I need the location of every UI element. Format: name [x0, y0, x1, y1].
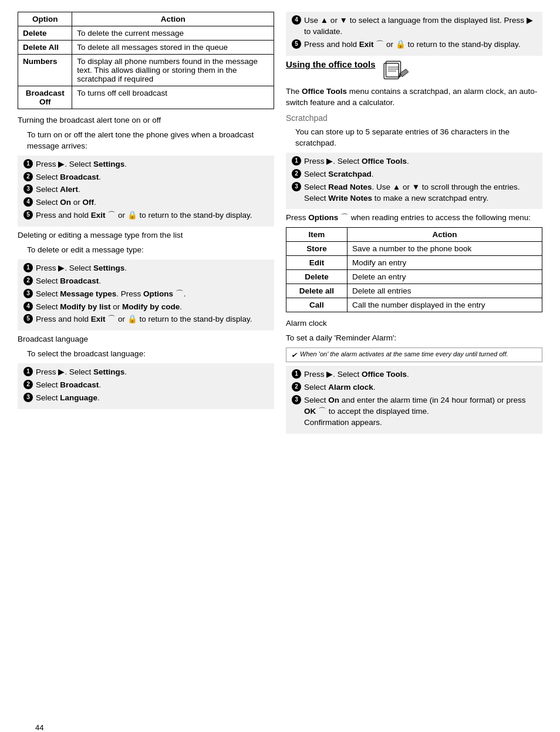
delete-edit-steps: 1 Press ▶. Select Settings. 2 Select Bro… — [18, 259, 274, 330]
step-num-3: 3 — [23, 184, 33, 194]
table-row: Delete Delete an entry — [286, 270, 542, 284]
table-row: Numbers To display all phone numbers fou… — [18, 55, 274, 86]
step: 1 Press ▶. Select Office Tools. — [292, 369, 537, 380]
step-num-4: 4 — [23, 197, 33, 207]
page-number: 44 — [35, 723, 43, 732]
step: 5 Press and hold Exit ⌒ or 🔒 to return t… — [292, 39, 537, 50]
step: 3 Select Read Notes. Use ▲ or ▼ to scrol… — [292, 182, 537, 204]
action-numbers: To display all phone numbers found in th… — [72, 55, 274, 86]
step-num-2: 2 — [292, 382, 301, 392]
step: 2 Select Broadcast. — [23, 276, 268, 287]
step: 3 Select On and enter the alarm time (in… — [292, 395, 537, 429]
option-delete-all: Delete All — [18, 41, 72, 55]
table2-header-item: Item — [286, 228, 348, 242]
action-broadcast-off: To turns off cell broadcast — [72, 86, 274, 109]
scratchpad-steps: 1 Press ▶. Select Office Tools. 2 Select… — [286, 153, 542, 210]
step: 2 Select Scratchpad. — [292, 169, 537, 180]
step: 4 Select Modify by list or Modify by cod… — [23, 302, 268, 313]
broadcast-alert-steps: 1 Press ▶. Select Settings. 2 Select Bro… — [18, 156, 274, 227]
step: 1 Press ▶. Select Settings. — [23, 159, 268, 170]
scratchpad-options-table: Item Action Store Save a number to the p… — [286, 227, 542, 312]
step: 5 Press and hold Exit ⌒ or 🔒 to return t… — [23, 210, 268, 221]
action-delete2: Delete an entry — [347, 270, 542, 284]
table-row: Broadcast Off To turns off cell broadcas… — [18, 86, 274, 109]
step-num-2: 2 — [292, 169, 301, 178]
delete-edit-intro: To delete or edit a message type: — [27, 245, 274, 256]
alarm-note: ✔ When 'on' the alarm activates at the s… — [286, 348, 542, 362]
table1-header-action: Action — [72, 12, 274, 26]
alarm-clock-intro: To set a daily 'Reminder Alarm': — [286, 333, 542, 344]
table-row: Call Call the number displayed in the en… — [286, 298, 542, 312]
scratchpad-title: Scratchpad — [286, 113, 542, 124]
step-num-4: 4 — [292, 15, 301, 25]
action-delete-all: To delete all messages stored in the que… — [72, 41, 274, 55]
table-row: Delete All To delete all messages stored… — [18, 41, 274, 55]
step: 4 Use ▲ or ▼ to select a language from t… — [292, 15, 537, 38]
table-row: Delete all Delete all entries — [286, 284, 542, 298]
item-edit: Edit — [286, 256, 348, 270]
office-tools-title: Using the office tools — [286, 59, 376, 69]
step: 1 Press ▶. Select Settings. — [23, 367, 268, 378]
step-num-5: 5 — [23, 314, 33, 323]
item-delete: Delete — [286, 270, 348, 284]
action-call: Call the number displayed in the entry — [347, 298, 542, 312]
office-tools-icon — [382, 59, 411, 83]
scratchpad-intro: You can store up to 5 separate entries o… — [295, 127, 542, 149]
office-tools-intro: The Office Tools menu contains a scratch… — [286, 86, 542, 109]
broadcast-alert-intro: To turn on or off the alert tone the pho… — [27, 130, 274, 152]
options-table: Option Action Delete To delete the curre… — [18, 12, 274, 109]
note-check-icon: ✔ — [291, 351, 297, 359]
step-num-1: 1 — [292, 156, 301, 166]
left-column: Option Action Delete To delete the curre… — [18, 12, 274, 437]
delete-edit-title: Deleting or editing a message type from … — [18, 230, 274, 241]
action-edit: Modify an entry — [347, 256, 542, 270]
additional-steps: 4 Use ▲ or ▼ to select a language from t… — [286, 12, 542, 56]
broadcast-language-title: Broadcast language — [18, 334, 274, 345]
action-store: Save a number to the phone book — [347, 242, 542, 256]
broadcast-language-steps: 1 Press ▶. Select Settings. 2 Select Bro… — [18, 363, 274, 409]
table-row: Delete To delete the current message — [18, 26, 274, 41]
step-num-3: 3 — [23, 393, 33, 402]
table2-header-action: Action — [347, 228, 542, 242]
alarm-clock-title: Alarm clock — [286, 318, 542, 329]
action-delete-all2: Delete all entries — [347, 284, 542, 298]
step-num-1: 1 — [23, 367, 33, 376]
table-row: Edit Modify an entry — [286, 256, 542, 270]
broadcast-language-intro: To select the broadcast language: — [27, 349, 274, 360]
step-num-1: 1 — [292, 369, 301, 379]
option-broadcast-off: Broadcast Off — [18, 86, 72, 109]
step: 3 Select Language. — [23, 393, 268, 404]
step: 1 Press ▶. Select Settings. — [23, 263, 268, 274]
step-num-4: 4 — [23, 302, 33, 311]
step: 3 Select Alert. — [23, 184, 268, 195]
item-store: Store — [286, 242, 348, 256]
action-delete: To delete the current message — [72, 26, 274, 41]
step: 1 Press ▶. Select Office Tools. — [292, 156, 537, 167]
step: 5 Press and hold Exit ⌒ or 🔒 to return t… — [23, 314, 268, 325]
step-num-3: 3 — [23, 289, 33, 298]
office-tools-header: Using the office tools — [286, 59, 542, 83]
step: 2 Select Broadcast. — [23, 380, 268, 391]
table-row: Store Save a number to the phone book — [286, 242, 542, 256]
broadcast-alert-title: Turning the broadcast alert tone on or o… — [18, 115, 274, 126]
item-delete-all: Delete all — [286, 284, 348, 298]
step: 2 Select Broadcast. — [23, 172, 268, 183]
step: 2 Select Alarm clock. — [292, 382, 537, 393]
step-num-3: 3 — [292, 182, 301, 191]
item-call: Call — [286, 298, 348, 312]
option-delete: Delete — [18, 26, 72, 41]
svg-line-6 — [399, 73, 400, 77]
note-text: When 'on' the alarm activates at the sam… — [300, 350, 508, 357]
svg-marker-5 — [400, 69, 408, 76]
alarm-clock-steps: 1 Press ▶. Select Office Tools. 2 Select… — [286, 366, 542, 433]
option-numbers: Numbers — [18, 55, 72, 86]
step-num-2: 2 — [23, 380, 33, 389]
table1-header-option: Option — [18, 12, 72, 26]
step-num-1: 1 — [23, 159, 33, 168]
step-num-5: 5 — [292, 39, 301, 49]
options-menu-intro: Press Options ⌒ when reading entries to … — [286, 212, 542, 224]
right-column: 4 Use ▲ or ▼ to select a language from t… — [286, 12, 542, 437]
step-num-2: 2 — [23, 276, 33, 285]
step-num-5: 5 — [23, 210, 33, 220]
step: 3 Select Message types. Press Options ⌒. — [23, 289, 268, 300]
